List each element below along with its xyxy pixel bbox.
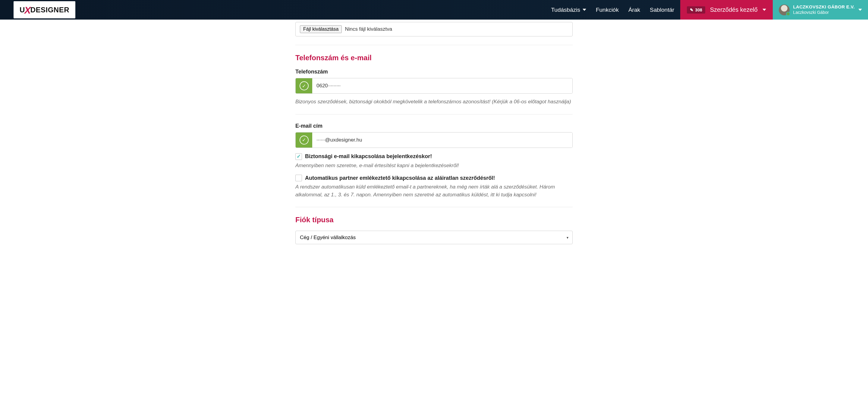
email-input-wrap: ✓ xyxy=(296,132,572,148)
check-icon: ✓ xyxy=(302,137,306,143)
account-type-select[interactable]: Cég / Egyéni vállalkozás xyxy=(296,231,572,244)
user-sub: Laczkovszki Gábor xyxy=(793,10,855,15)
document-icon: ✎ xyxy=(690,7,693,12)
email-input[interactable] xyxy=(312,132,572,148)
logo-text-x: X xyxy=(24,5,31,16)
check-circle-icon: ✓ xyxy=(300,135,309,144)
avatar xyxy=(779,4,789,15)
nav-templates[interactable]: Sablontár xyxy=(650,7,674,13)
phone-input-wrap: ✓ xyxy=(296,78,572,94)
auto-reminder-checkbox[interactable] xyxy=(296,175,302,181)
logo-text-suffix: DESIGNER xyxy=(30,6,69,14)
nav-prices[interactable]: Árak xyxy=(628,7,640,13)
contract-label: Szerződés kezelő xyxy=(710,6,758,13)
contract-count-badge: ✎ 308 xyxy=(687,6,705,13)
phone-helper: Bizonyos szerződések, biztonsági okokból… xyxy=(296,98,572,106)
validated-badge: ✓ xyxy=(296,132,312,148)
checkbox-helper: A rendszer automatikusan küld emlékeztet… xyxy=(296,183,572,198)
online-status-icon xyxy=(786,12,790,16)
section-title-phone-email: Telefonszám és e-mail xyxy=(296,54,572,62)
user-name: LACZKOVSZKI GÁBOR E.V. xyxy=(793,4,855,10)
checkbox-row-security-email: Biztonsági e-mail kikapcsolása bejelentk… xyxy=(296,153,572,160)
phone-input[interactable] xyxy=(312,78,572,93)
file-upload-row: Fájl kiválasztása Nincs fájl kiválasztva xyxy=(296,22,572,36)
nav-functions[interactable]: Funkciók xyxy=(596,7,619,13)
file-select-button[interactable]: Fájl kiválasztása xyxy=(300,25,342,33)
check-icon: ✓ xyxy=(302,83,306,89)
main-nav: Tudásbázis Funkciók Árak Sablontár xyxy=(551,0,680,20)
contract-manager-button[interactable]: ✎ 308 Szerződés kezelő xyxy=(680,0,772,20)
validated-badge: ✓ xyxy=(296,78,312,93)
caret-down-icon xyxy=(763,9,766,11)
checkbox-label: Automatikus partner emlékeztető kikapcso… xyxy=(305,175,495,181)
security-email-checkbox[interactable] xyxy=(296,153,302,160)
check-circle-icon: ✓ xyxy=(300,81,309,90)
nav-label: Tudásbázis xyxy=(551,7,580,13)
checkbox-helper: Amennyiben nem szeretne, e-mail értesíté… xyxy=(296,162,572,169)
checkbox-label: Biztonsági e-mail kikapcsolása bejelentk… xyxy=(305,153,432,160)
caret-down-icon xyxy=(858,9,862,11)
contract-count: 308 xyxy=(695,7,702,12)
checkbox-row-auto-reminder: Automatikus partner emlékeztető kikapcso… xyxy=(296,175,572,181)
email-label: E-mail cím xyxy=(296,123,572,129)
divider xyxy=(296,114,572,115)
user-info: LACZKOVSZKI GÁBOR E.V. Laczkovszki Gábor xyxy=(793,4,855,15)
logo-wrap: U X DESIGNER xyxy=(0,0,82,20)
main-header: U X DESIGNER Tudásbázis Funkciók Árak Sa… xyxy=(0,0,868,20)
section-title-account: Fiók típusa xyxy=(296,216,572,224)
account-type-select-wrap: Cég / Egyéni vállalkozás ▾ xyxy=(296,231,572,244)
divider xyxy=(296,207,572,207)
file-status: Nincs fájl kiválasztva xyxy=(345,26,392,32)
user-menu[interactable]: LACZKOVSZKI GÁBOR E.V. Laczkovszki Gábor xyxy=(773,0,868,20)
main-content: Fájl kiválasztása Nincs fájl kiválasztva… xyxy=(292,22,576,256)
logo[interactable]: U X DESIGNER xyxy=(13,1,75,19)
nav-knowledge[interactable]: Tudásbázis xyxy=(551,7,586,13)
divider xyxy=(296,45,572,45)
phone-label: Telefonszám xyxy=(296,69,572,75)
caret-down-icon xyxy=(583,9,586,11)
